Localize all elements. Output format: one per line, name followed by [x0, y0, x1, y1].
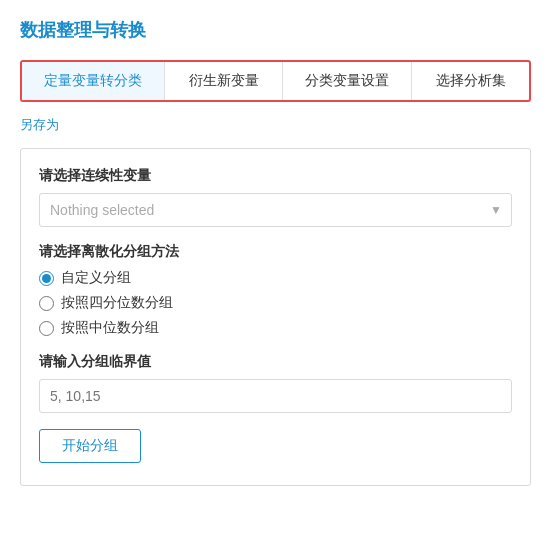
threshold-input[interactable] [39, 379, 512, 413]
radio-median-label: 按照中位数分组 [61, 319, 159, 337]
radio-custom-label: 自定义分组 [61, 269, 131, 287]
start-grouping-button[interactable]: 开始分组 [39, 429, 141, 463]
radio-option-quartile[interactable]: 按照四分位数分组 [39, 294, 512, 312]
continuous-variable-label: 请选择连续性变量 [39, 167, 512, 185]
tabs-container: 定量变量转分类 衍生新变量 分类变量设置 选择分析集 [20, 60, 531, 102]
page-container: 数据整理与转换 定量变量转分类 衍生新变量 分类变量设置 选择分析集 另存为 请… [0, 0, 551, 506]
tab-quantitative[interactable]: 定量变量转分类 [22, 62, 165, 100]
radio-quartile-label: 按照四分位数分组 [61, 294, 173, 312]
radio-option-median[interactable]: 按照中位数分组 [39, 319, 512, 337]
main-panel: 请选择连续性变量 Nothing selected ▼ 请选择离散化分组方法 自… [20, 148, 531, 486]
radio-median[interactable] [39, 321, 54, 336]
save-as-link[interactable]: 另存为 [20, 116, 59, 134]
continuous-variable-select[interactable]: Nothing selected [39, 193, 512, 227]
tab-derived[interactable]: 衍生新变量 [165, 62, 283, 100]
tab-category-settings[interactable]: 分类变量设置 [283, 62, 412, 100]
tab-analysis-set[interactable]: 选择分析集 [412, 62, 529, 100]
threshold-label: 请输入分组临界值 [39, 353, 512, 371]
discretization-radio-group: 自定义分组 按照四分位数分组 按照中位数分组 [39, 269, 512, 337]
discretization-method-label: 请选择离散化分组方法 [39, 243, 512, 261]
radio-quartile[interactable] [39, 296, 54, 311]
continuous-variable-select-wrapper: Nothing selected ▼ [39, 193, 512, 227]
radio-option-custom[interactable]: 自定义分组 [39, 269, 512, 287]
page-title: 数据整理与转换 [20, 18, 531, 42]
radio-custom[interactable] [39, 271, 54, 286]
